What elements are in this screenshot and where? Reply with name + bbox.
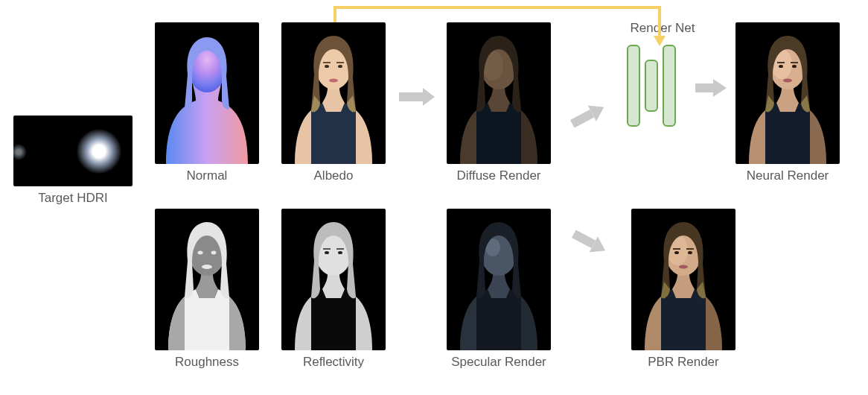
normal-panel: Normal	[155, 22, 259, 183]
svg-point-29	[679, 265, 688, 269]
svg-point-11	[783, 79, 792, 83]
diffuse-label: Diffuse Render	[447, 168, 551, 183]
arrow-net-to-neural	[692, 75, 730, 101]
svg-rect-37	[572, 230, 596, 248]
neural-render-label: Neural Render	[735, 168, 840, 183]
normal-image	[155, 22, 259, 164]
arrow-albedo-to-diffuse	[396, 83, 438, 110]
roughness-label: Roughness	[155, 355, 259, 370]
albedo-label: Albedo	[281, 168, 386, 183]
svg-point-21	[325, 251, 329, 254]
arrow-specular-to-pbr	[567, 224, 612, 261]
svg-rect-35	[570, 110, 594, 128]
normal-label: Normal	[155, 168, 259, 183]
hdri-dim-light	[13, 144, 27, 160]
arrow-albedo-to-net-yellow	[334, 3, 676, 85]
neural-render-image	[735, 22, 840, 164]
svg-point-22	[338, 251, 342, 254]
target-hdri-image	[13, 116, 133, 186]
hdri-bright-light	[77, 129, 121, 174]
normal-figure	[155, 22, 259, 164]
reflectivity-label: Reflectivity	[281, 355, 386, 370]
svg-rect-34	[399, 92, 423, 101]
svg-rect-36	[695, 83, 713, 92]
svg-rect-23	[323, 248, 331, 250]
svg-point-17	[202, 265, 212, 269]
svg-point-15	[792, 65, 797, 68]
specular-panel: Specular Render	[447, 209, 551, 370]
pbr-figure	[631, 209, 735, 350]
svg-rect-31	[686, 248, 694, 250]
svg-point-33	[688, 251, 692, 254]
svg-point-19	[211, 251, 217, 255]
reflectivity-image	[281, 209, 386, 350]
pbr-render-image	[631, 209, 735, 350]
svg-rect-30	[673, 248, 680, 250]
svg-rect-12	[777, 62, 785, 63]
reflectivity-panel: Reflectivity	[281, 209, 386, 370]
svg-rect-13	[791, 62, 798, 63]
roughness-image	[155, 209, 259, 350]
target-hdri-panel: Target HDRI	[13, 116, 133, 206]
specular-image	[447, 209, 551, 350]
pbr-render-label: PBR Render	[631, 355, 735, 370]
svg-point-18	[198, 251, 203, 255]
svg-rect-3	[323, 62, 331, 63]
svg-point-32	[674, 251, 679, 254]
specular-label: Specular Render	[447, 355, 551, 370]
neural-render-panel: Neural Render	[735, 22, 840, 183]
arrow-diffuse-to-net	[566, 97, 610, 134]
neural-figure	[735, 22, 840, 164]
pbr-render-panel: PBR Render	[631, 209, 735, 370]
svg-point-5	[325, 65, 329, 68]
reflectivity-figure	[281, 209, 386, 350]
svg-point-14	[779, 65, 783, 68]
roughness-figure	[155, 209, 259, 350]
target-hdri-label: Target HDRI	[13, 191, 133, 206]
roughness-panel: Roughness	[155, 209, 259, 370]
svg-rect-24	[336, 248, 344, 250]
specular-figure	[447, 209, 551, 350]
